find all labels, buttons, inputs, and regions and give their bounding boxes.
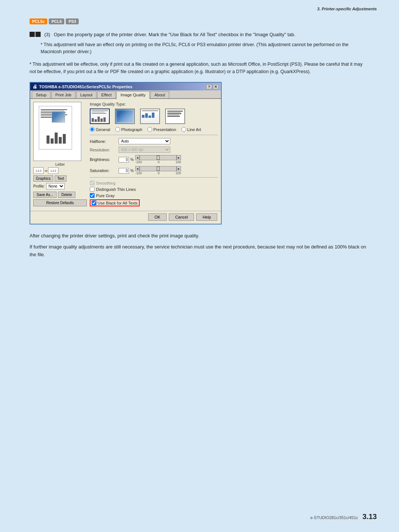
smoothing-row: Smoothing xyxy=(90,181,218,185)
saturation-track[interactable] xyxy=(140,166,177,171)
saturation-min-label: -100 xyxy=(135,171,142,175)
radio-general-input[interactable] xyxy=(90,127,95,132)
saturation-left-arrow[interactable]: ◄ xyxy=(135,166,140,171)
radio-general[interactable]: General xyxy=(90,127,110,132)
saturation-value[interactable]: 0 xyxy=(119,168,129,174)
help-button[interactable]: ? xyxy=(206,84,212,89)
pure-gray-row: Pure Gray xyxy=(90,193,218,198)
brightness-arrows: ◄ ► xyxy=(135,155,181,160)
close-button[interactable]: ✕ xyxy=(213,84,219,89)
radio-presentation-input[interactable] xyxy=(147,127,152,132)
radio-lineart-input[interactable] xyxy=(181,127,186,132)
radio-row: General Photograph Presentation Lin xyxy=(90,127,218,132)
step-square-1 xyxy=(30,32,35,37)
badge-ps3: PS3 xyxy=(66,18,79,24)
quality-icons-row xyxy=(90,109,218,125)
saturation-slider-wrapper: ◄ ► -100 0 100 xyxy=(135,166,181,175)
tab-effect[interactable]: Effect xyxy=(97,91,116,98)
radio-presentation[interactable]: Presentation xyxy=(147,127,176,132)
save-as-button[interactable]: Save As... xyxy=(33,192,57,198)
dialog-left-panel: Letter 1,2,3 ⇒ 1,2,3 Graphics Text xyxy=(33,102,87,208)
page-header: 3. Printer-specific Adjustments xyxy=(0,0,399,13)
halftone-label: Halftone: xyxy=(90,139,116,144)
distinguish-row: Distinguish Thin Lines xyxy=(90,187,218,192)
saturation-unit: % xyxy=(130,169,134,173)
brightness-min-label: -100 xyxy=(135,160,142,164)
letter-label: Letter xyxy=(33,162,87,167)
tab-about[interactable]: About xyxy=(150,91,169,98)
ok-button[interactable]: OK xyxy=(148,213,167,221)
radio-presentation-label: Presentation xyxy=(153,127,176,132)
brightness-slider-group: 0 % ◄ ► xyxy=(119,155,181,164)
resolution-select[interactable]: 600 x 600 dpi xyxy=(119,147,170,153)
footer-page: 3.13 xyxy=(362,512,377,521)
radio-photograph-input[interactable] xyxy=(115,127,120,132)
text-button[interactable]: Text xyxy=(55,175,66,182)
save-delete-row: Save As... Delete xyxy=(33,192,87,198)
note-1: * This adjustment will have an effect on… xyxy=(41,41,369,56)
titlebar-icons: ? ✕ xyxy=(206,84,219,89)
page-icon-2: 1,2,3 xyxy=(48,167,58,174)
saturation-zero-label: 0 xyxy=(158,171,160,175)
dialog-wrapper: 🖨 TOSHIBA e-STUDIO451cSeriesPCL5c Proper… xyxy=(30,82,369,224)
dialog-title: TOSHIBA e-STUDIO451cSeriesPCL5c Properti… xyxy=(39,85,132,89)
profile-select[interactable]: None xyxy=(46,183,65,189)
radio-lineart[interactable]: Line Art xyxy=(181,127,201,132)
cancel-button[interactable]: Cancel xyxy=(169,213,194,221)
halftone-select[interactable]: Auto xyxy=(119,138,170,144)
step-text: Open the property page of the printer dr… xyxy=(54,32,296,37)
brightness-right-arrow[interactable]: ► xyxy=(177,155,181,160)
brightness-slider-wrapper: ◄ ► -100 0 100 xyxy=(135,155,181,164)
brightness-value[interactable]: 0 xyxy=(119,157,129,162)
delete-button[interactable]: Delete xyxy=(58,192,75,198)
restore-defaults-button[interactable]: Restore Defaults xyxy=(33,199,87,206)
radio-photograph[interactable]: Photograph xyxy=(115,127,142,132)
divider-1 xyxy=(90,135,218,135)
use-black-row: Use Black for All Texts xyxy=(90,199,218,206)
brightness-track[interactable] xyxy=(140,155,177,160)
use-black-checkbox[interactable] xyxy=(92,200,96,205)
saturation-right-arrow[interactable]: ► xyxy=(177,166,181,171)
brightness-thumb[interactable] xyxy=(157,155,160,160)
brightness-label: Brightness: xyxy=(90,157,116,162)
saturation-thumb[interactable] xyxy=(157,167,160,171)
distinguish-checkbox[interactable] xyxy=(90,187,95,192)
gfx-text-row: Graphics Text xyxy=(33,175,87,182)
step-number: (3) xyxy=(44,32,50,37)
use-black-highlight: Use Black for All Texts xyxy=(90,199,140,206)
radio-general-label: General xyxy=(96,127,110,132)
main-content: PCL5c PCL6 PS3 (3) Open the property pag… xyxy=(0,13,399,277)
tab-setup[interactable]: Setup xyxy=(32,91,51,98)
radio-photograph-label: Photograph xyxy=(121,127,142,132)
tab-printjob[interactable]: Print Job xyxy=(51,91,75,98)
brightness-row: Brightness: 0 % ◄ ► xyxy=(90,155,218,164)
badge-pcl6: PCL6 xyxy=(49,18,64,24)
after-text-2: If further image quality adjustments are… xyxy=(30,243,369,259)
quality-img-lineart xyxy=(165,109,185,124)
tab-image-quality[interactable]: Image Quality xyxy=(116,91,150,99)
saturation-max-label: 100 xyxy=(175,171,181,175)
step-square-2 xyxy=(35,32,41,37)
smoothing-checkbox[interactable] xyxy=(90,181,95,185)
profile-label: Profile: xyxy=(33,184,45,188)
quality-img-presentation xyxy=(140,109,160,124)
brightness-max-label: 100 xyxy=(175,160,181,164)
use-black-label: Use Black for All Texts xyxy=(98,201,138,205)
distinguish-label: Distinguish Thin Lines xyxy=(96,187,136,192)
page-footer: e-STUDIO281c/351c/451c 3.13 xyxy=(310,512,377,521)
quality-icon-lineart xyxy=(165,109,187,125)
graphics-button[interactable]: Graphics xyxy=(33,175,53,182)
quality-icon-photograph xyxy=(115,109,137,125)
brightness-left-arrow[interactable]: ◄ xyxy=(135,155,140,160)
quality-icon-general xyxy=(90,109,112,125)
badge-pcl5c: PCL5c xyxy=(30,18,47,24)
tab-layout[interactable]: Layout xyxy=(76,91,96,98)
quality-img-photograph xyxy=(115,109,135,124)
saturation-arrows: ◄ ► xyxy=(135,166,181,171)
pure-gray-checkbox[interactable] xyxy=(90,193,95,198)
help-footer-button[interactable]: Help xyxy=(196,213,217,221)
step-row: (3) Open the property page of the printe… xyxy=(30,31,369,38)
page-icon-1: 1,2,3 xyxy=(33,167,44,174)
profile-row: Profile: None xyxy=(33,183,87,189)
halftone-row: Halftone: Auto xyxy=(90,138,218,144)
